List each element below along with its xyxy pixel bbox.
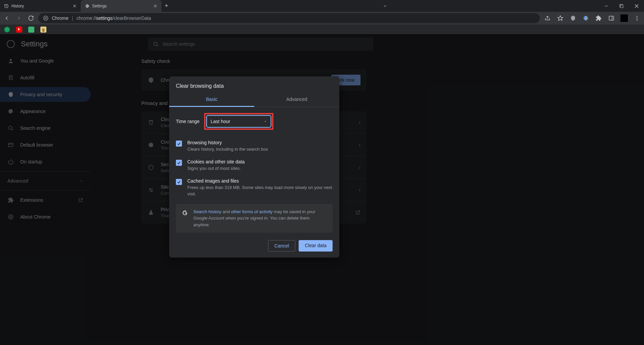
option-cached-images[interactable]: Cached images and files Frees up less th…: [176, 175, 333, 200]
history-icon: [4, 4, 9, 8]
option-subtitle: Frees up less than 319 MB. Some sites ma…: [187, 185, 333, 197]
dialog-tabs: Basic Advanced: [169, 92, 339, 107]
url-text: chrome://settings/clearBrowserData: [76, 15, 151, 21]
time-range-label: Time range: [176, 119, 199, 124]
page-content: Settings Search settings You and Google …: [0, 35, 644, 345]
tab-advanced[interactable]: Advanced: [254, 92, 339, 107]
clear-data-button[interactable]: Clear data: [299, 240, 333, 252]
dialog-title: Clear browsing data: [169, 76, 339, 92]
info-text: Search history and other forms of activi…: [193, 208, 327, 228]
tab-title: Settings: [92, 4, 107, 8]
tab-basic[interactable]: Basic: [169, 92, 254, 107]
new-tab-button[interactable]: +: [161, 0, 172, 12]
option-browsing-history[interactable]: Browsing history Clears history, includi…: [176, 137, 333, 156]
time-range-select[interactable]: Last hour: [207, 116, 271, 127]
highlight-box: Last hour: [204, 113, 273, 130]
option-title: Browsing history: [187, 140, 268, 145]
bookmark-icon[interactable]: [555, 13, 565, 23]
shield-extension-icon[interactable]: [568, 13, 578, 23]
close-icon[interactable]: ✕: [73, 3, 77, 9]
checkbox-checked-icon[interactable]: [176, 141, 182, 147]
option-cookies[interactable]: Cookies and other site data Signs you ou…: [176, 156, 333, 175]
close-icon[interactable]: ✕: [153, 3, 157, 9]
option-subtitle: Clears history, including in the search …: [187, 146, 268, 152]
google-account-info: Search history and other forms of activi…: [176, 204, 333, 233]
chevron-down-icon: [264, 120, 267, 123]
svg-point-12: [637, 16, 638, 17]
select-value: Last hour: [211, 119, 230, 124]
maximize-button[interactable]: [614, 0, 629, 12]
checkbox-checked-icon[interactable]: [176, 160, 182, 166]
clear-browsing-data-dialog: Clear browsing data Basic Advanced Time …: [169, 76, 339, 258]
gear-icon: [85, 4, 89, 8]
bookmark-item[interactable]: [4, 27, 10, 33]
forward-button[interactable]: [14, 13, 24, 23]
bookmark-bar: g: [0, 25, 644, 35]
sidepanel-icon[interactable]: [606, 13, 616, 23]
menu-icon[interactable]: [632, 13, 642, 23]
svg-point-5: [43, 16, 48, 20]
bookmark-item[interactable]: g: [40, 27, 46, 33]
minimize-button[interactable]: [599, 0, 614, 12]
option-title: Cookies and other site data: [187, 159, 244, 164]
chrome-icon: [43, 15, 48, 21]
svg-marker-8: [558, 16, 563, 21]
tab-title: History: [11, 4, 24, 8]
browser-tab-settings[interactable]: Settings ✕: [81, 0, 161, 12]
browser-tab-history[interactable]: History ✕: [0, 0, 81, 12]
option-subtitle: Signs you out of most sites.: [187, 165, 244, 171]
option-title: Cached images and files: [187, 178, 333, 184]
google-logo-icon: [181, 209, 189, 217]
extensions-icon[interactable]: [594, 13, 604, 23]
search-history-link[interactable]: Search history: [193, 209, 221, 214]
browser-toolbar: Chrome | chrome://settings/clearBrowserD…: [0, 12, 644, 25]
bookmark-item[interactable]: [28, 27, 34, 33]
checkbox-checked-icon[interactable]: [176, 179, 182, 185]
window-titlebar: History ✕ Settings ✕ +: [0, 0, 644, 12]
bookmark-item[interactable]: [16, 27, 22, 33]
tab-search-icon[interactable]: [378, 0, 392, 12]
other-activity-link[interactable]: other forms of activity: [231, 209, 273, 214]
svg-point-14: [637, 20, 638, 21]
separator: |: [72, 15, 73, 21]
svg-point-13: [637, 18, 638, 19]
profile-avatar[interactable]: [619, 13, 629, 23]
cancel-button[interactable]: Cancel: [268, 240, 296, 252]
globe-extension-icon[interactable]: [581, 13, 591, 23]
reload-button[interactable]: [26, 13, 36, 23]
svg-marker-34: [265, 121, 266, 122]
origin-label: Chrome: [52, 15, 69, 21]
share-icon[interactable]: [542, 13, 553, 23]
svg-rect-2: [620, 5, 623, 8]
svg-rect-10: [609, 16, 614, 20]
svg-point-6: [45, 17, 46, 19]
close-window-button[interactable]: [629, 0, 644, 12]
address-bar[interactable]: Chrome | chrome://settings/clearBrowserD…: [38, 13, 540, 23]
back-button[interactable]: [2, 13, 11, 23]
